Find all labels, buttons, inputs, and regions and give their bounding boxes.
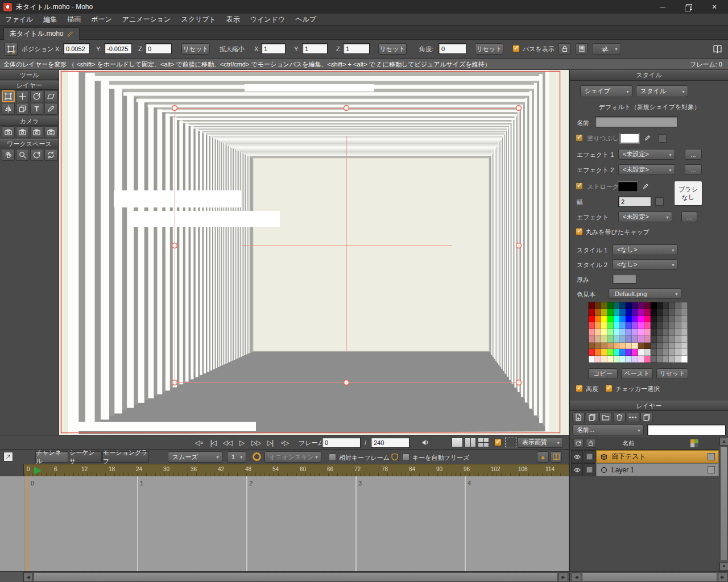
- layer-color-swatch[interactable]: [708, 453, 715, 460]
- timeline-docs-button[interactable]: [550, 451, 562, 463]
- palette-swatch[interactable]: [589, 316, 595, 323]
- layer-search-input[interactable]: [647, 425, 726, 435]
- palette-swatch[interactable]: [607, 349, 614, 356]
- palette-swatch[interactable]: [644, 302, 651, 309]
- menu-window[interactable]: ウインドウ: [245, 14, 290, 25]
- current-frame-input[interactable]: [322, 437, 361, 448]
- palette-swatch[interactable]: [607, 356, 614, 363]
- reference-layer-button[interactable]: [640, 412, 653, 422]
- palette-swatch[interactable]: [663, 349, 669, 356]
- menu-edit[interactable]: 編集: [38, 14, 62, 25]
- palette-swatch[interactable]: [619, 302, 626, 309]
- palette-swatch[interactable]: [657, 349, 663, 356]
- selection-handle[interactable]: [344, 106, 349, 111]
- palette-swatch[interactable]: [601, 356, 607, 363]
- angle-reset-button[interactable]: リセット: [475, 43, 503, 55]
- copy-settings-button[interactable]: [576, 43, 588, 55]
- palette-swatch[interactable]: [595, 329, 601, 336]
- palette-swatch[interactable]: [607, 322, 614, 329]
- palette-swatch[interactable]: [651, 302, 657, 309]
- scale-y-input[interactable]: [302, 43, 328, 54]
- palette-swatch[interactable]: [619, 309, 626, 316]
- palette-swatch[interactable]: [644, 343, 651, 350]
- palette-swatch[interactable]: [601, 302, 607, 309]
- palette-swatch[interactable]: [638, 316, 644, 323]
- stroke-width-input[interactable]: [618, 196, 651, 207]
- palette-swatch[interactable]: [614, 336, 620, 343]
- selection-handle[interactable]: [172, 380, 177, 385]
- canvas-viewport[interactable]: [59, 70, 569, 435]
- play-button[interactable]: ▷: [235, 437, 249, 448]
- palette-swatch[interactable]: [626, 336, 632, 343]
- tool-orbit-workspace[interactable]: [44, 149, 57, 161]
- palette-swatch[interactable]: [601, 329, 607, 336]
- advanced-checkbox[interactable]: [576, 385, 583, 392]
- palette-swatch[interactable]: [638, 349, 644, 356]
- jump-start-button[interactable]: ◁∘: [192, 437, 206, 448]
- angle-input[interactable]: [439, 43, 466, 54]
- palette-swatch[interactable]: [644, 316, 651, 323]
- palette-swatch[interactable]: [651, 343, 657, 350]
- scrollbar-thumb[interactable]: [582, 572, 717, 581]
- timeline-ruler[interactable]: 0612182430364248546066727884909610210811…: [24, 464, 569, 476]
- palette-swatch[interactable]: [595, 316, 601, 323]
- tool-insert-text[interactable]: T: [30, 103, 43, 115]
- stroke-eyedropper-button[interactable]: [641, 181, 651, 191]
- palette-swatch[interactable]: [632, 322, 638, 329]
- palette-swatch[interactable]: [619, 316, 626, 323]
- palette-swatch[interactable]: [651, 356, 657, 363]
- palette-swatch[interactable]: [619, 356, 626, 363]
- palette-swatch[interactable]: [681, 336, 688, 343]
- paste-style-button[interactable]: ペースト: [621, 368, 653, 379]
- close-button[interactable]: ×: [701, 0, 728, 14]
- mute-button[interactable]: [418, 437, 432, 448]
- scale-reset-button[interactable]: リセット: [378, 43, 407, 55]
- palette-swatch[interactable]: [626, 302, 632, 309]
- palette-swatch[interactable]: [614, 349, 620, 356]
- palette-swatch[interactable]: [675, 316, 681, 323]
- palette-swatch[interactable]: [681, 343, 688, 350]
- palette-swatch[interactable]: [595, 322, 601, 329]
- palette-swatch[interactable]: [614, 322, 620, 329]
- palette-swatch[interactable]: [589, 349, 595, 356]
- shield-icon[interactable]: [390, 452, 399, 462]
- layers-vertical-scrollbar[interactable]: ▲ ▼: [719, 437, 728, 571]
- rounded-caps-checkbox[interactable]: [576, 228, 583, 235]
- palette-swatch[interactable]: [614, 356, 620, 363]
- layer-visibility-toggle[interactable]: [571, 463, 583, 476]
- quad-view-button[interactable]: [478, 438, 489, 447]
- palette-swatch[interactable]: [638, 343, 644, 350]
- layer-visibility-toggle[interactable]: [571, 450, 583, 463]
- layer-menu-button[interactable]: •••: [627, 412, 639, 422]
- palette-swatch[interactable]: [607, 316, 614, 323]
- palette-swatch[interactable]: [638, 309, 644, 316]
- style-name-input[interactable]: [595, 117, 678, 127]
- effect2-more-button[interactable]: ...: [685, 164, 702, 175]
- palette-swatch[interactable]: [663, 309, 669, 316]
- palette-swatch[interactable]: [607, 302, 614, 309]
- palette-swatch[interactable]: [681, 322, 688, 329]
- tool-rotate-layer[interactable]: [30, 90, 43, 102]
- tab-sequencer[interactable]: シーケンサ: [69, 451, 102, 463]
- tool-zoom-workspace[interactable]: [16, 149, 29, 161]
- tool-flip-layer[interactable]: [2, 103, 15, 115]
- layer-color-column-icon[interactable]: [690, 439, 698, 447]
- scroll-right-icon[interactable]: ▶: [718, 572, 727, 582]
- palette-swatch[interactable]: [644, 322, 651, 329]
- selection-handle[interactable]: [172, 106, 177, 111]
- interval-dropdown[interactable]: 1: [227, 451, 246, 463]
- tool-pan-workspace[interactable]: [2, 149, 15, 161]
- stroke-effect-dropdown[interactable]: <未設定>: [618, 211, 672, 222]
- palette-swatch[interactable]: [619, 343, 626, 350]
- palette-swatch[interactable]: [663, 336, 669, 343]
- copy-style-button[interactable]: コピー: [588, 368, 618, 379]
- palette-swatch[interactable]: [595, 343, 601, 350]
- palette-swatch[interactable]: [619, 322, 626, 329]
- effect1-dropdown[interactable]: <未設定>: [618, 149, 675, 160]
- layer-color-swatch[interactable]: [708, 466, 715, 473]
- style1-dropdown[interactable]: <なし>: [613, 244, 678, 255]
- scroll-up-icon[interactable]: ▲: [719, 437, 728, 446]
- timeline-collapse-button[interactable]: ▲: [537, 451, 549, 463]
- selection-handle[interactable]: [516, 106, 522, 111]
- reset-style-button[interactable]: リセット: [656, 368, 688, 379]
